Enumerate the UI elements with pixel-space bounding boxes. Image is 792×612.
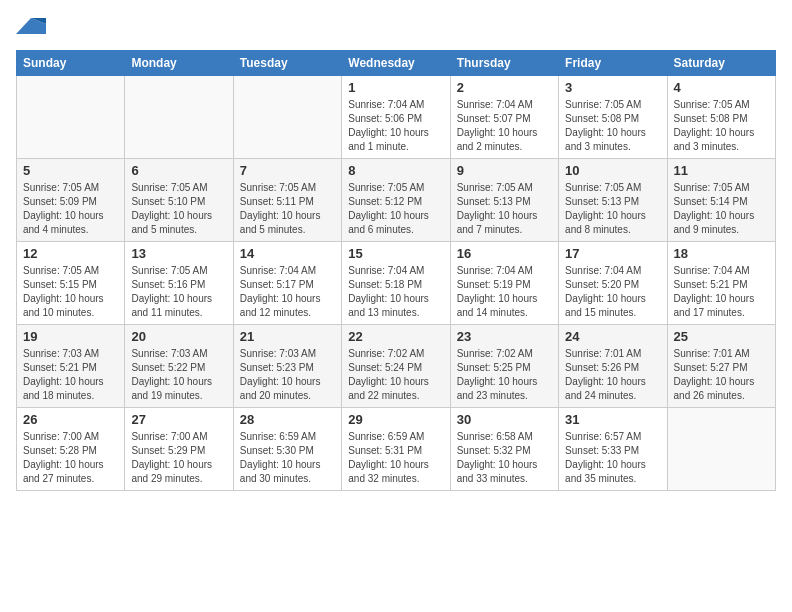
calendar-cell: 15Sunrise: 7:04 AM Sunset: 5:18 PM Dayli… [342, 242, 450, 325]
day-info: Sunrise: 7:05 AM Sunset: 5:13 PM Dayligh… [565, 181, 660, 237]
calendar-cell: 26Sunrise: 7:00 AM Sunset: 5:28 PM Dayli… [17, 408, 125, 491]
day-info: Sunrise: 7:05 AM Sunset: 5:08 PM Dayligh… [674, 98, 769, 154]
page-header [16, 16, 776, 38]
day-info: Sunrise: 6:57 AM Sunset: 5:33 PM Dayligh… [565, 430, 660, 486]
day-number: 4 [674, 80, 769, 95]
calendar-cell: 28Sunrise: 6:59 AM Sunset: 5:30 PM Dayli… [233, 408, 341, 491]
day-info: Sunrise: 7:05 AM Sunset: 5:14 PM Dayligh… [674, 181, 769, 237]
logo-icon [16, 16, 46, 38]
calendar-cell: 20Sunrise: 7:03 AM Sunset: 5:22 PM Dayli… [125, 325, 233, 408]
day-number: 26 [23, 412, 118, 427]
calendar-cell [667, 408, 775, 491]
calendar-week-row: 1Sunrise: 7:04 AM Sunset: 5:06 PM Daylig… [17, 76, 776, 159]
day-info: Sunrise: 7:00 AM Sunset: 5:28 PM Dayligh… [23, 430, 118, 486]
day-number: 1 [348, 80, 443, 95]
day-info: Sunrise: 7:03 AM Sunset: 5:23 PM Dayligh… [240, 347, 335, 403]
day-number: 21 [240, 329, 335, 344]
calendar-cell: 8Sunrise: 7:05 AM Sunset: 5:12 PM Daylig… [342, 159, 450, 242]
day-info: Sunrise: 7:04 AM Sunset: 5:17 PM Dayligh… [240, 264, 335, 320]
weekday-thursday: Thursday [450, 51, 558, 76]
day-info: Sunrise: 7:02 AM Sunset: 5:25 PM Dayligh… [457, 347, 552, 403]
day-info: Sunrise: 7:05 AM Sunset: 5:11 PM Dayligh… [240, 181, 335, 237]
day-info: Sunrise: 7:04 AM Sunset: 5:18 PM Dayligh… [348, 264, 443, 320]
calendar-cell: 4Sunrise: 7:05 AM Sunset: 5:08 PM Daylig… [667, 76, 775, 159]
day-number: 28 [240, 412, 335, 427]
day-info: Sunrise: 7:05 AM Sunset: 5:16 PM Dayligh… [131, 264, 226, 320]
calendar-cell: 1Sunrise: 7:04 AM Sunset: 5:06 PM Daylig… [342, 76, 450, 159]
calendar-cell [233, 76, 341, 159]
calendar-cell: 17Sunrise: 7:04 AM Sunset: 5:20 PM Dayli… [559, 242, 667, 325]
day-number: 23 [457, 329, 552, 344]
calendar-cell: 25Sunrise: 7:01 AM Sunset: 5:27 PM Dayli… [667, 325, 775, 408]
logo [16, 16, 50, 38]
weekday-header-row: SundayMondayTuesdayWednesdayThursdayFrid… [17, 51, 776, 76]
day-number: 17 [565, 246, 660, 261]
day-info: Sunrise: 6:59 AM Sunset: 5:30 PM Dayligh… [240, 430, 335, 486]
day-info: Sunrise: 7:05 AM Sunset: 5:10 PM Dayligh… [131, 181, 226, 237]
calendar-cell: 18Sunrise: 7:04 AM Sunset: 5:21 PM Dayli… [667, 242, 775, 325]
weekday-monday: Monday [125, 51, 233, 76]
calendar-cell [17, 76, 125, 159]
day-info: Sunrise: 7:04 AM Sunset: 5:19 PM Dayligh… [457, 264, 552, 320]
calendar-cell: 5Sunrise: 7:05 AM Sunset: 5:09 PM Daylig… [17, 159, 125, 242]
day-number: 10 [565, 163, 660, 178]
day-number: 15 [348, 246, 443, 261]
calendar-cell: 6Sunrise: 7:05 AM Sunset: 5:10 PM Daylig… [125, 159, 233, 242]
calendar-week-row: 19Sunrise: 7:03 AM Sunset: 5:21 PM Dayli… [17, 325, 776, 408]
day-number: 29 [348, 412, 443, 427]
weekday-sunday: Sunday [17, 51, 125, 76]
day-number: 9 [457, 163, 552, 178]
day-info: Sunrise: 7:05 AM Sunset: 5:09 PM Dayligh… [23, 181, 118, 237]
calendar-cell: 2Sunrise: 7:04 AM Sunset: 5:07 PM Daylig… [450, 76, 558, 159]
calendar-cell: 11Sunrise: 7:05 AM Sunset: 5:14 PM Dayli… [667, 159, 775, 242]
day-number: 7 [240, 163, 335, 178]
day-number: 16 [457, 246, 552, 261]
calendar-cell: 29Sunrise: 6:59 AM Sunset: 5:31 PM Dayli… [342, 408, 450, 491]
calendar-cell: 16Sunrise: 7:04 AM Sunset: 5:19 PM Dayli… [450, 242, 558, 325]
calendar-week-row: 5Sunrise: 7:05 AM Sunset: 5:09 PM Daylig… [17, 159, 776, 242]
day-number: 11 [674, 163, 769, 178]
calendar-cell: 3Sunrise: 7:05 AM Sunset: 5:08 PM Daylig… [559, 76, 667, 159]
day-number: 22 [348, 329, 443, 344]
calendar-table: SundayMondayTuesdayWednesdayThursdayFrid… [16, 50, 776, 491]
calendar-cell: 31Sunrise: 6:57 AM Sunset: 5:33 PM Dayli… [559, 408, 667, 491]
calendar-cell: 7Sunrise: 7:05 AM Sunset: 5:11 PM Daylig… [233, 159, 341, 242]
day-info: Sunrise: 7:05 AM Sunset: 5:13 PM Dayligh… [457, 181, 552, 237]
weekday-wednesday: Wednesday [342, 51, 450, 76]
day-number: 14 [240, 246, 335, 261]
day-number: 30 [457, 412, 552, 427]
weekday-tuesday: Tuesday [233, 51, 341, 76]
day-info: Sunrise: 6:59 AM Sunset: 5:31 PM Dayligh… [348, 430, 443, 486]
calendar-cell: 13Sunrise: 7:05 AM Sunset: 5:16 PM Dayli… [125, 242, 233, 325]
calendar-cell [125, 76, 233, 159]
day-info: Sunrise: 7:04 AM Sunset: 5:07 PM Dayligh… [457, 98, 552, 154]
day-info: Sunrise: 7:04 AM Sunset: 5:21 PM Dayligh… [674, 264, 769, 320]
day-number: 12 [23, 246, 118, 261]
calendar-cell: 27Sunrise: 7:00 AM Sunset: 5:29 PM Dayli… [125, 408, 233, 491]
day-info: Sunrise: 7:04 AM Sunset: 5:20 PM Dayligh… [565, 264, 660, 320]
day-number: 19 [23, 329, 118, 344]
day-info: Sunrise: 7:01 AM Sunset: 5:27 PM Dayligh… [674, 347, 769, 403]
day-number: 13 [131, 246, 226, 261]
calendar-week-row: 12Sunrise: 7:05 AM Sunset: 5:15 PM Dayli… [17, 242, 776, 325]
day-number: 8 [348, 163, 443, 178]
day-info: Sunrise: 7:00 AM Sunset: 5:29 PM Dayligh… [131, 430, 226, 486]
day-info: Sunrise: 7:01 AM Sunset: 5:26 PM Dayligh… [565, 347, 660, 403]
day-number: 24 [565, 329, 660, 344]
day-number: 5 [23, 163, 118, 178]
day-number: 27 [131, 412, 226, 427]
calendar-cell: 22Sunrise: 7:02 AM Sunset: 5:24 PM Dayli… [342, 325, 450, 408]
calendar-week-row: 26Sunrise: 7:00 AM Sunset: 5:28 PM Dayli… [17, 408, 776, 491]
day-number: 31 [565, 412, 660, 427]
day-info: Sunrise: 6:58 AM Sunset: 5:32 PM Dayligh… [457, 430, 552, 486]
calendar-cell: 19Sunrise: 7:03 AM Sunset: 5:21 PM Dayli… [17, 325, 125, 408]
day-info: Sunrise: 7:05 AM Sunset: 5:15 PM Dayligh… [23, 264, 118, 320]
calendar-cell: 12Sunrise: 7:05 AM Sunset: 5:15 PM Dayli… [17, 242, 125, 325]
calendar-cell: 24Sunrise: 7:01 AM Sunset: 5:26 PM Dayli… [559, 325, 667, 408]
weekday-friday: Friday [559, 51, 667, 76]
day-number: 18 [674, 246, 769, 261]
weekday-saturday: Saturday [667, 51, 775, 76]
day-number: 25 [674, 329, 769, 344]
day-info: Sunrise: 7:03 AM Sunset: 5:22 PM Dayligh… [131, 347, 226, 403]
day-number: 2 [457, 80, 552, 95]
